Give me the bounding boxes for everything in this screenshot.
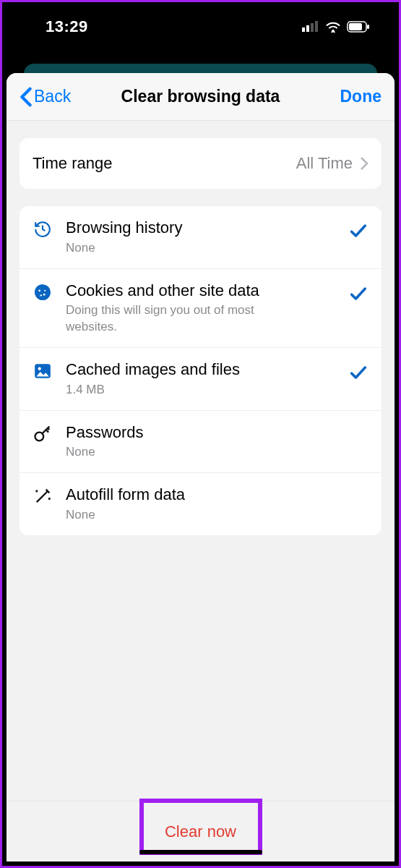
timerange-group: Time range All Time <box>20 138 381 189</box>
key-icon <box>33 424 53 444</box>
svg-point-11 <box>40 294 42 296</box>
wifi-icon <box>325 21 341 33</box>
checkmark-icon <box>348 221 368 241</box>
history-icon <box>33 219 53 239</box>
row-title: Cached images and files <box>66 359 335 380</box>
checkmark-icon <box>348 425 368 446</box>
svg-point-12 <box>44 289 46 291</box>
row-text: Cached images and files 1.4 MB <box>66 359 335 399</box>
svg-rect-1 <box>306 25 309 32</box>
row-subtitle: None <box>66 240 290 257</box>
row-subtitle: 1.4 MB <box>66 382 290 399</box>
row-subtitle: Doing this will sign you out of most web… <box>66 302 290 336</box>
row-title: Cookies and other site data <box>66 281 335 302</box>
row-text: Autofill form data None <box>66 485 335 524</box>
row-title: Autofill form data <box>66 485 335 506</box>
chevron-right-icon <box>360 156 368 171</box>
svg-rect-2 <box>311 23 314 32</box>
home-indicator <box>139 850 262 854</box>
row-text: Browsing history None <box>66 218 335 257</box>
data-type-row[interactable]: Browsing history None <box>20 206 381 269</box>
svg-point-15 <box>35 432 44 441</box>
checkmark-icon <box>348 284 368 304</box>
data-types-group: Browsing history None Cookies and other … <box>20 206 381 535</box>
wand-icon <box>33 486 53 506</box>
checkmark-icon <box>348 488 368 508</box>
row-title: Browsing history <box>66 218 335 239</box>
cookie-icon <box>33 282 53 302</box>
status-icons <box>302 21 370 33</box>
data-type-row[interactable]: Cookies and other site data Doing this w… <box>20 269 381 348</box>
data-type-row[interactable]: Cached images and files 1.4 MB <box>20 348 381 411</box>
row-text: Passwords None <box>66 422 335 461</box>
row-subtitle: None <box>66 507 290 524</box>
timerange-value: All Time <box>296 154 368 173</box>
done-button[interactable]: Done <box>340 87 382 106</box>
status-time: 13:29 <box>46 17 88 36</box>
chevron-left-icon <box>20 87 33 107</box>
settings-sheet: Back Clear browsing data Done Time range… <box>7 73 394 861</box>
row-title: Passwords <box>66 422 335 443</box>
checkmark-icon <box>348 362 368 383</box>
timerange-row[interactable]: Time range All Time <box>20 138 381 189</box>
row-subtitle: None <box>66 444 290 461</box>
back-label: Back <box>34 87 71 106</box>
battery-icon <box>347 21 370 33</box>
row-text: Cookies and other site data Doing this w… <box>66 281 335 336</box>
data-type-row[interactable]: Passwords None <box>20 411 381 474</box>
annotation-highlight <box>139 799 262 855</box>
svg-rect-0 <box>302 27 305 32</box>
svg-point-10 <box>43 293 46 295</box>
timerange-label: Time range <box>33 154 112 173</box>
svg-rect-3 <box>315 21 318 32</box>
nav-bar: Back Clear browsing data Done <box>7 73 394 121</box>
svg-point-14 <box>38 367 41 370</box>
svg-rect-7 <box>367 25 369 29</box>
status-bar: 13:29 <box>2 2 399 51</box>
page-title: Clear browsing data <box>121 87 280 106</box>
image-icon <box>33 361 53 381</box>
content-area: Time range All Time Browsing history Non… <box>7 121 394 801</box>
svg-rect-6 <box>349 23 362 30</box>
svg-point-9 <box>38 289 40 292</box>
data-type-row[interactable]: Autofill form data None <box>20 473 381 535</box>
cellular-icon <box>302 21 319 33</box>
back-button[interactable]: Back <box>20 87 71 107</box>
svg-point-4 <box>332 30 335 33</box>
